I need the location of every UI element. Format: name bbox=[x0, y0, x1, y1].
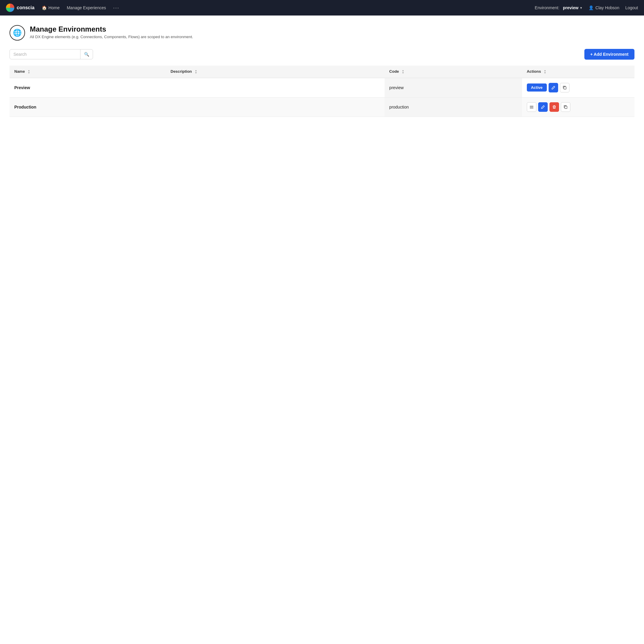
col-header-actions[interactable]: Actions ▲▼ bbox=[522, 66, 634, 78]
copy-button[interactable] bbox=[561, 102, 570, 112]
environment-value: preview bbox=[563, 5, 578, 10]
user-icon: 👤 bbox=[589, 5, 594, 10]
toolbar: 🔍 + Add Environment bbox=[10, 49, 634, 60]
brand-logo[interactable]: conscia bbox=[6, 4, 35, 12]
add-environment-button[interactable]: + Add Environment bbox=[584, 49, 634, 60]
cell-name: Production bbox=[10, 97, 166, 117]
edit-button[interactable] bbox=[549, 83, 558, 92]
cell-description bbox=[166, 97, 385, 117]
sort-code-icon: ▲▼ bbox=[402, 69, 404, 74]
page-title-block: Manage Environments All DX Engine elemen… bbox=[30, 25, 193, 39]
chevron-down-icon: ▼ bbox=[580, 6, 583, 10]
svg-rect-1 bbox=[530, 106, 533, 106]
nav-more-button[interactable]: ··· bbox=[113, 5, 119, 11]
user-name: Clay Hobson bbox=[595, 5, 619, 10]
env-name: Production bbox=[14, 105, 36, 109]
sort-name-icon: ▲▼ bbox=[28, 69, 30, 74]
page-header: 🌐 Manage Environments All DX Engine elem… bbox=[10, 25, 634, 41]
table-wrapper: Name ▲▼ Description ▲▼ Code ▲▼ Actions ▲… bbox=[10, 66, 634, 117]
user-section: 👤 Clay Hobson bbox=[589, 5, 619, 10]
page-icon: 🌐 bbox=[10, 25, 25, 41]
set-active-button[interactable] bbox=[527, 102, 536, 112]
action-buttons: Active bbox=[527, 83, 630, 92]
table-row: Productionproduction bbox=[10, 97, 634, 117]
environments-table: Name ▲▼ Description ▲▼ Code ▲▼ Actions ▲… bbox=[10, 66, 634, 117]
copy-button[interactable] bbox=[560, 83, 569, 92]
page-subtitle: All DX Engine elements (e.g. Connections… bbox=[30, 35, 193, 39]
cell-actions bbox=[522, 97, 634, 117]
table-row: PreviewpreviewActive bbox=[10, 78, 634, 97]
search-button[interactable]: 🔍 bbox=[80, 49, 93, 59]
navbar-right: Environment: preview ▼ 👤 Clay Hobson Log… bbox=[535, 5, 638, 10]
sort-actions-icon: ▲▼ bbox=[544, 69, 546, 74]
home-icon: 🏠 bbox=[42, 5, 47, 10]
svg-rect-2 bbox=[530, 107, 533, 107]
search-input[interactable] bbox=[10, 49, 80, 59]
logo-icon bbox=[6, 4, 14, 12]
table-header: Name ▲▼ Description ▲▼ Code ▲▼ Actions ▲… bbox=[10, 66, 634, 78]
cell-name: Preview bbox=[10, 78, 166, 97]
environment-label: Environment: bbox=[535, 5, 559, 10]
nav-home-label: Home bbox=[49, 5, 60, 10]
brand-name: conscia bbox=[17, 5, 35, 10]
nav-manage-experiences[interactable]: Manage Experiences bbox=[67, 5, 106, 10]
page-title: Manage Environments bbox=[30, 25, 193, 33]
cell-code: preview bbox=[385, 78, 522, 97]
navbar: conscia 🏠 Home Manage Experiences ··· En… bbox=[0, 0, 644, 16]
col-header-code[interactable]: Code ▲▼ bbox=[385, 66, 522, 78]
env-name: Preview bbox=[14, 85, 30, 90]
svg-rect-4 bbox=[565, 106, 567, 109]
environment-selector[interactable]: Environment: preview ▼ bbox=[535, 5, 583, 10]
svg-rect-0 bbox=[564, 87, 566, 89]
cell-description bbox=[166, 78, 385, 97]
active-button[interactable]: Active bbox=[527, 83, 547, 92]
delete-button[interactable] bbox=[549, 102, 559, 112]
search-wrapper: 🔍 bbox=[10, 49, 93, 59]
cell-actions: Active bbox=[522, 78, 634, 97]
search-icon: 🔍 bbox=[84, 52, 89, 57]
edit-button[interactable] bbox=[538, 102, 548, 112]
logout-button[interactable]: Logout bbox=[625, 5, 638, 10]
main-content: 🌐 Manage Environments All DX Engine elem… bbox=[0, 16, 644, 644]
col-header-name[interactable]: Name ▲▼ bbox=[10, 66, 166, 78]
action-buttons bbox=[527, 102, 630, 112]
cell-code: production bbox=[385, 97, 522, 117]
table-body: PreviewpreviewActiveProductionproduction bbox=[10, 78, 634, 117]
nav-manage-experiences-label: Manage Experiences bbox=[67, 5, 106, 10]
col-header-description[interactable]: Description ▲▼ bbox=[166, 66, 385, 78]
sort-description-icon: ▲▼ bbox=[195, 69, 197, 74]
svg-rect-3 bbox=[530, 108, 533, 109]
nav-home[interactable]: 🏠 Home bbox=[42, 5, 60, 10]
